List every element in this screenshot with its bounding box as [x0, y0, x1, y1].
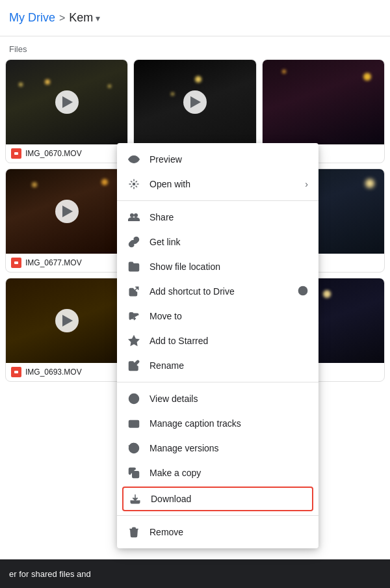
menu-label-rename: Rename — [150, 360, 308, 371]
play-button-4 — [55, 200, 79, 223]
filename-7: IMG_0693.MOV — [25, 368, 82, 377]
filename-4: IMG_0677.MOV — [25, 258, 82, 267]
menu-label-download: Download — [151, 493, 307, 505]
svg-point-3 — [303, 293, 304, 293]
menu-item-share[interactable]: Share — [117, 205, 318, 230]
open-with-icon — [127, 178, 140, 191]
svg-marker-4 — [129, 336, 139, 345]
thumbnail-1 — [6, 60, 127, 144]
menu-label-open-with: Open with — [150, 178, 296, 190]
menu-item-show-location[interactable]: Show file location — [117, 254, 318, 279]
grid-item-4[interactable]: IMG_0677.MOV — [5, 168, 128, 273]
file-label-4: IMG_0677.MOV — [6, 254, 127, 272]
menu-label-share: Share — [150, 211, 308, 223]
menu-item-remove[interactable]: Remove — [117, 520, 318, 544]
eye-icon — [127, 153, 140, 166]
menu-label-manage-versions: Manage versions — [150, 442, 308, 454]
menu-item-manage-versions[interactable]: Manage versions — [117, 436, 318, 461]
grid-item-1[interactable]: IMG_0670.MOV — [5, 59, 128, 163]
copy-icon — [127, 466, 140, 479]
file-icon-4 — [11, 258, 21, 268]
thumbnail-2 — [134, 60, 255, 144]
breadcrumb-separator: > — [59, 12, 65, 24]
pencil-icon — [127, 359, 140, 372]
play-button-1 — [55, 90, 79, 114]
thumbnail-7 — [6, 278, 127, 363]
thumbnail-4 — [6, 169, 127, 254]
download-icon — [129, 492, 142, 505]
play-button-2 — [183, 90, 207, 114]
menu-item-add-starred[interactable]: Add to Starred — [117, 328, 318, 353]
breadcrumb-current-folder[interactable]: Kem ▾ — [69, 11, 100, 25]
help-circle-icon — [298, 286, 308, 298]
thumbnail-3 — [263, 60, 384, 144]
move-folder-icon — [127, 310, 140, 323]
share-icon — [127, 211, 140, 224]
submenu-arrow-icon: › — [305, 179, 308, 189]
breadcrumb: My Drive > Kem ▾ — [9, 11, 100, 25]
menu-label-preview: Preview — [150, 154, 308, 165]
menu-label-remove: Remove — [150, 526, 308, 538]
menu-item-download[interactable]: Download — [122, 487, 313, 511]
menu-label-show-location: Show file location — [150, 261, 308, 273]
filename-1: IMG_0670.MOV — [25, 149, 82, 158]
info-icon — [127, 392, 140, 405]
file-label-1: IMG_0670.MOV — [6, 144, 127, 163]
menu-label-get-link: Get link — [150, 236, 308, 248]
menu-label-move-to: Move to — [150, 310, 308, 322]
menu-item-rename[interactable]: Rename — [117, 353, 318, 378]
bottom-bar-text: er for shared files and — [9, 569, 91, 579]
svg-point-1 — [133, 183, 135, 185]
menu-item-add-shortcut[interactable]: Add shortcut to Drive — [117, 279, 318, 304]
files-section-label: Files — [0, 36, 390, 59]
trash-icon — [127, 526, 140, 539]
menu-item-open-with[interactable]: Open with › — [117, 172, 318, 196]
file-icon-7 — [11, 367, 21, 377]
star-icon — [127, 334, 140, 347]
menu-item-preview[interactable]: Preview — [117, 147, 318, 172]
menu-item-view-details[interactable]: View details — [117, 386, 318, 411]
divider-3 — [117, 515, 318, 516]
context-menu: Preview Open with › Share — [117, 143, 318, 548]
menu-label-add-starred: Add to Starred — [150, 335, 308, 347]
menu-item-move-to[interactable]: Move to — [117, 304, 318, 328]
menu-label-manage-captions: Manage caption tracks — [150, 418, 308, 429]
menu-label-view-details: View details — [150, 393, 308, 405]
bottom-bar: er for shared files and — [0, 559, 390, 588]
file-label-7: IMG_0693.MOV — [6, 363, 127, 381]
menu-item-manage-captions[interactable]: Manage caption tracks — [117, 411, 318, 436]
divider-1 — [117, 200, 318, 201]
versions-icon — [127, 442, 140, 455]
divider-2 — [117, 382, 318, 382]
chevron-down-icon: ▾ — [96, 13, 100, 23]
folder-icon — [127, 260, 140, 273]
play-button-7 — [55, 309, 79, 332]
menu-label-make-copy: Make a copy — [150, 467, 308, 479]
file-icon-1 — [11, 148, 21, 159]
svg-rect-10 — [133, 472, 139, 478]
menu-item-make-copy[interactable]: Make a copy — [117, 461, 318, 485]
grid-item-7[interactable]: IMG_0693.MOV — [5, 278, 128, 382]
menu-label-add-shortcut: Add shortcut to Drive — [150, 286, 289, 297]
menu-item-get-link[interactable]: Get link — [117, 230, 318, 254]
header: My Drive > Kem ▾ — [0, 0, 390, 36]
captions-icon — [127, 417, 140, 430]
shortcut-icon — [127, 285, 140, 298]
link-icon — [127, 235, 140, 248]
breadcrumb-mydrive[interactable]: My Drive — [9, 11, 55, 25]
